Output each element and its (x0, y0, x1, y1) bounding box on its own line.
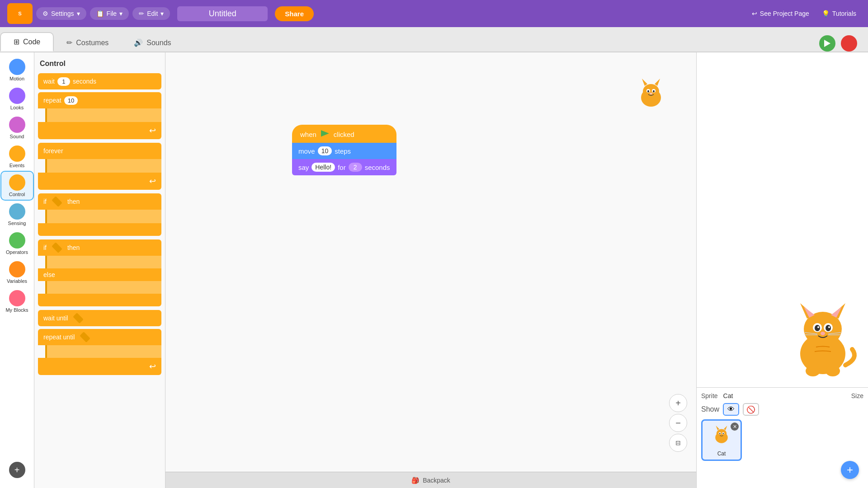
wait-until-block[interactable]: wait until (38, 310, 161, 326)
category-control[interactable]: Control (1, 172, 33, 200)
category-myblocks[interactable]: My Blocks (1, 287, 33, 315)
svg-point-24 (821, 332, 825, 335)
svg-point-30 (826, 366, 840, 376)
wait-block[interactable]: wait 1 seconds (38, 73, 161, 89)
svg-marker-34 (724, 426, 727, 430)
category-sound[interactable]: Sound (1, 114, 33, 142)
repeat-until-block-top[interactable]: repeat until (38, 329, 161, 345)
forever-block-container: forever ↩ (38, 143, 161, 190)
cat-sprite-thumb[interactable]: ✕ Cat (701, 419, 742, 461)
if-label: if (43, 198, 47, 205)
if-else-block-top[interactable]: if then (38, 239, 161, 256)
svg-marker-33 (716, 426, 720, 430)
see-project-button[interactable]: ↩ See Project Page (747, 7, 814, 20)
if-condition-slot (52, 196, 62, 207)
if-else-then-label: then (67, 244, 80, 251)
category-looks[interactable]: Looks (1, 85, 33, 113)
repeat-label: repeat (43, 97, 61, 104)
if-else-then-inner (45, 256, 161, 268)
svg-text:S: S (18, 11, 22, 16)
share-button[interactable]: Share (275, 6, 314, 21)
gear-icon: ⚙ (42, 10, 48, 17)
operators-dot (9, 232, 25, 249)
wait-label: wait (43, 78, 55, 85)
stage-area: Sprite Cat Size Show 👁 🚫 ✕ (696, 52, 868, 488)
category-operators[interactable]: Operators (1, 230, 33, 258)
repeat-until-slot (80, 332, 90, 343)
extension-plus-icon: + (9, 462, 25, 478)
if-else-label: if (43, 244, 47, 251)
file-button[interactable]: 📋 File ▾ (90, 7, 129, 20)
code-tab-icon: ⊞ (14, 38, 19, 46)
stop-button[interactable] (841, 35, 857, 52)
add-extension-button[interactable]: + (1, 459, 33, 481)
sprite-thumb-label: Cat (717, 450, 726, 457)
edit-button[interactable]: ✏ Edit ▾ (132, 7, 170, 20)
zoom-in-button[interactable]: + (669, 394, 687, 412)
backpack-panel[interactable]: 🎒 Backpack (165, 472, 696, 488)
category-motion[interactable]: Motion (1, 56, 33, 84)
tab-costumes[interactable]: ✏ Costumes (54, 34, 121, 52)
move-steps-block[interactable]: move 10 steps (292, 143, 396, 159)
tutorials-icon: 💡 (822, 10, 830, 17)
if-then-block-container: if then (38, 193, 161, 236)
when-label: when (300, 131, 316, 138)
tab-code[interactable]: ⊞ Code (0, 32, 54, 52)
category-sensing[interactable]: Sensing (1, 201, 33, 229)
myblocks-dot (9, 290, 25, 306)
scratch-logo[interactable]: S (7, 3, 33, 24)
show-hidden-button[interactable]: 🚫 (743, 403, 759, 416)
zoom-fit-button[interactable]: ⊟ (669, 434, 687, 452)
repeat-value[interactable]: 10 (64, 96, 78, 105)
zoom-out-button[interactable]: − (669, 414, 687, 432)
when-flag-clicked-block[interactable]: when clicked (292, 125, 396, 143)
show-visible-button[interactable]: 👁 (723, 403, 739, 416)
variables-dot (9, 261, 25, 277)
forever-block-top[interactable]: forever (38, 143, 161, 159)
show-row: Show 👁 🚫 (701, 403, 863, 416)
wait-until-slot (73, 313, 84, 324)
sounds-tab-icon: 🔊 (134, 38, 143, 47)
repeat-until-notch-icon: ↩ (149, 361, 156, 371)
say-block[interactable]: say Hello! for 2 seconds (292, 159, 396, 175)
project-title-input[interactable] (177, 6, 268, 21)
else-label-block: else (38, 268, 161, 281)
category-panel: Motion Looks Sound Events Control Sensin… (0, 52, 34, 488)
steps-label: steps (335, 147, 351, 155)
category-events[interactable]: Events (1, 143, 33, 171)
svg-marker-6 (655, 79, 660, 86)
eye-open-icon: 👁 (727, 405, 735, 413)
tutorials-button[interactable]: 💡 Tutorials (817, 7, 861, 20)
repeat-until-inner (45, 345, 161, 358)
settings-button[interactable]: ⚙ Settings ▾ (36, 7, 86, 20)
sprite-delete-button[interactable]: ✕ (731, 422, 739, 431)
add-sprite-area: + (701, 461, 863, 483)
category-variables[interactable]: Variables (1, 258, 33, 286)
tab-sounds[interactable]: 🔊 Sounds (121, 34, 184, 52)
stage-controls (808, 35, 868, 52)
say-value[interactable]: Hello! (311, 163, 335, 172)
eye-closed-icon: 🚫 (746, 405, 755, 414)
if-then-block-bottom (38, 223, 161, 236)
green-flag-button[interactable] (819, 35, 835, 52)
blocks-panel-header: Control (38, 56, 161, 73)
sound-dot (9, 117, 25, 133)
add-sprite-button[interactable]: + (841, 461, 859, 479)
svg-point-9 (647, 90, 649, 93)
canvas-area: when clicked move 10 steps say Hello! fo… (165, 52, 696, 488)
settings-chevron-icon: ▾ (77, 10, 80, 17)
size-label: Size (851, 392, 863, 399)
show-label: Show (701, 405, 719, 413)
svg-point-29 (806, 366, 820, 376)
svg-point-4 (643, 84, 659, 99)
forever-label: forever (43, 147, 63, 155)
move-value[interactable]: 10 (318, 146, 332, 155)
svg-point-38 (723, 433, 724, 434)
if-then-block-top[interactable]: if then (38, 193, 161, 210)
sprite-name-value: Cat (723, 392, 733, 399)
svg-marker-2 (824, 40, 830, 47)
motion-dot (9, 59, 25, 75)
repeat-block-top[interactable]: repeat 10 (38, 92, 161, 108)
wait-value[interactable]: 1 (57, 77, 70, 86)
say-seconds-value[interactable]: 2 (349, 163, 362, 172)
